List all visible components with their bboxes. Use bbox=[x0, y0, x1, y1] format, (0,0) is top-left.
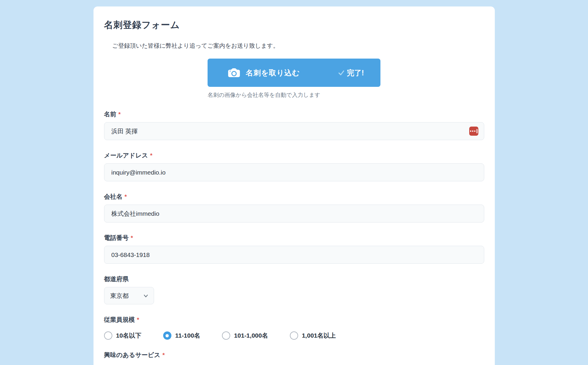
scan-block: 名刺を取り込む 完了! 名刺の画像から会社名等を自動で入力します bbox=[208, 59, 380, 99]
company-input[interactable] bbox=[104, 205, 484, 223]
field-email: メールアドレス* bbox=[104, 151, 484, 181]
company-input-wrap bbox=[104, 205, 484, 223]
radio-option-label: 11-100名 bbox=[175, 331, 200, 340]
services-label: 興味のあるサービス bbox=[104, 351, 161, 358]
field-company: 会社名* bbox=[104, 193, 484, 223]
page-title: 名刺登録フォーム bbox=[104, 19, 484, 31]
employees-label: 従業員規模 bbox=[104, 316, 135, 323]
phone-input[interactable] bbox=[104, 246, 484, 264]
phone-label: 電話番号 bbox=[104, 234, 129, 241]
prefecture-label: 都道府県 bbox=[104, 276, 129, 282]
required-asterisk: * bbox=[137, 316, 139, 323]
pm-dot bbox=[474, 130, 476, 132]
field-name: 名前* bbox=[104, 110, 484, 140]
pm-cursor-bar bbox=[477, 129, 477, 133]
field-services: 興味のあるサービス* immedio immedio Forms bbox=[104, 351, 484, 365]
scan-status-label: 完了! bbox=[347, 68, 364, 78]
name-input-wrap bbox=[104, 122, 484, 140]
radio-option-10-or-less[interactable]: 10名以下 bbox=[104, 331, 141, 340]
required-asterisk: * bbox=[131, 235, 133, 241]
chevron-down-icon bbox=[143, 293, 149, 299]
required-asterisk: * bbox=[118, 111, 121, 117]
radio-option-label: 1,001名以上 bbox=[302, 331, 336, 340]
email-input-wrap bbox=[104, 163, 484, 181]
company-label: 会社名 bbox=[104, 193, 123, 200]
required-asterisk: * bbox=[150, 152, 152, 159]
form-card: 名刺登録フォーム ご登録頂いた皆様に弊社より追ってご案内をお送り致します。 名刺… bbox=[93, 6, 495, 365]
prefecture-selected-value: 東京都 bbox=[110, 292, 129, 300]
field-employees: 従業員規模* 10名以下 11-100名 101-1,000名 1,001名以上 bbox=[104, 316, 484, 340]
camera-icon bbox=[228, 67, 240, 79]
scan-hint-text: 名刺の画像から会社名等を自動で入力します bbox=[208, 91, 380, 99]
radio-option-label: 10名以下 bbox=[116, 331, 141, 340]
scan-card-button[interactable]: 名刺を取り込む 完了! bbox=[208, 59, 380, 87]
email-input[interactable] bbox=[104, 163, 484, 181]
scan-button-label: 名刺を取り込む bbox=[246, 68, 300, 78]
prefecture-select[interactable]: 東京都 bbox=[104, 287, 154, 304]
password-manager-icon[interactable] bbox=[469, 127, 478, 136]
email-label: メールアドレス bbox=[104, 152, 148, 159]
radio-option-11-100[interactable]: 11-100名 bbox=[163, 331, 200, 340]
form-description: ご登録頂いた皆様に弊社より追ってご案内をお送り致します。 bbox=[112, 42, 484, 50]
name-input[interactable] bbox=[104, 122, 484, 140]
pm-dot bbox=[472, 130, 474, 132]
radio-option-101-1000[interactable]: 101-1,000名 bbox=[222, 331, 268, 340]
page-background: { "colors": { "page_background": "#c8e3f… bbox=[0, 0, 588, 365]
required-asterisk: * bbox=[162, 352, 165, 358]
radio-option-1001-plus[interactable]: 1,001名以上 bbox=[290, 331, 336, 340]
radio-icon[interactable] bbox=[222, 331, 230, 340]
radio-icon-selected[interactable] bbox=[163, 331, 171, 340]
employees-radio-group: 10名以下 11-100名 101-1,000名 1,001名以上 bbox=[104, 331, 484, 340]
check-icon bbox=[338, 69, 345, 76]
pm-dot bbox=[470, 130, 472, 132]
phone-input-wrap bbox=[104, 246, 484, 264]
radio-option-label: 101-1,000名 bbox=[234, 331, 268, 340]
field-phone: 電話番号* bbox=[104, 234, 484, 264]
radio-icon[interactable] bbox=[104, 331, 112, 340]
name-label: 名前 bbox=[104, 111, 116, 117]
radio-icon[interactable] bbox=[290, 331, 298, 340]
required-asterisk: * bbox=[125, 193, 127, 200]
field-prefecture: 都道府県 東京都 bbox=[104, 275, 484, 304]
